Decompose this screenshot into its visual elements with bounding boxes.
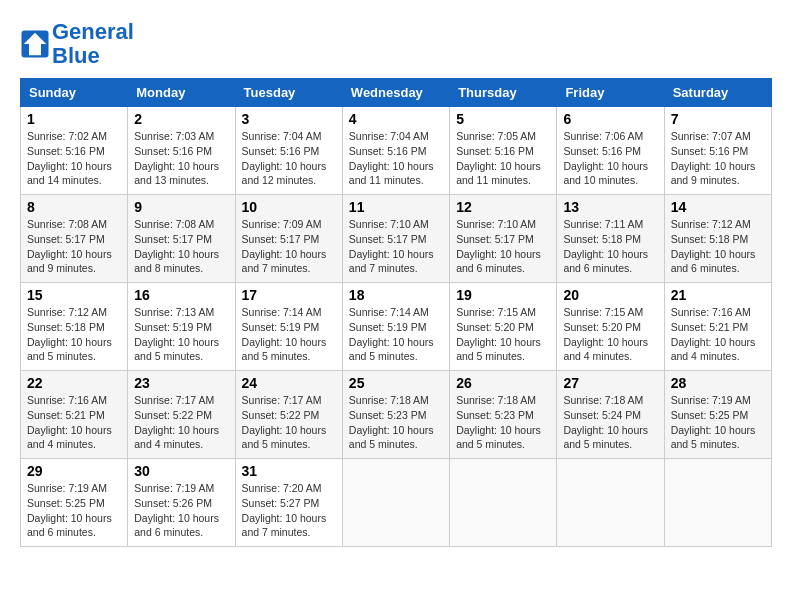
day-number: 23 (134, 375, 228, 391)
logo-text: General Blue (52, 20, 134, 68)
day-number: 31 (242, 463, 336, 479)
day-info: Sunrise: 7:15 AM Sunset: 5:20 PM Dayligh… (456, 305, 550, 364)
weekday-header-tuesday: Tuesday (235, 79, 342, 107)
calendar-cell: 31Sunrise: 7:20 AM Sunset: 5:27 PM Dayli… (235, 459, 342, 547)
day-number: 29 (27, 463, 121, 479)
day-number: 2 (134, 111, 228, 127)
page-header: General Blue (20, 20, 772, 68)
calendar-cell: 26Sunrise: 7:18 AM Sunset: 5:23 PM Dayli… (450, 371, 557, 459)
calendar-cell: 29Sunrise: 7:19 AM Sunset: 5:25 PM Dayli… (21, 459, 128, 547)
day-info: Sunrise: 7:17 AM Sunset: 5:22 PM Dayligh… (134, 393, 228, 452)
day-info: Sunrise: 7:19 AM Sunset: 5:25 PM Dayligh… (27, 481, 121, 540)
day-number: 21 (671, 287, 765, 303)
calendar-cell: 30Sunrise: 7:19 AM Sunset: 5:26 PM Dayli… (128, 459, 235, 547)
calendar-cell: 25Sunrise: 7:18 AM Sunset: 5:23 PM Dayli… (342, 371, 449, 459)
logo: General Blue (20, 20, 134, 68)
day-info: Sunrise: 7:14 AM Sunset: 5:19 PM Dayligh… (349, 305, 443, 364)
calendar-week-row: 1Sunrise: 7:02 AM Sunset: 5:16 PM Daylig… (21, 107, 772, 195)
day-number: 30 (134, 463, 228, 479)
calendar-cell: 14Sunrise: 7:12 AM Sunset: 5:18 PM Dayli… (664, 195, 771, 283)
weekday-header-friday: Friday (557, 79, 664, 107)
calendar-cell: 11Sunrise: 7:10 AM Sunset: 5:17 PM Dayli… (342, 195, 449, 283)
day-info: Sunrise: 7:17 AM Sunset: 5:22 PM Dayligh… (242, 393, 336, 452)
calendar-header-row: SundayMondayTuesdayWednesdayThursdayFrid… (21, 79, 772, 107)
calendar-cell: 27Sunrise: 7:18 AM Sunset: 5:24 PM Dayli… (557, 371, 664, 459)
day-number: 6 (563, 111, 657, 127)
day-info: Sunrise: 7:15 AM Sunset: 5:20 PM Dayligh… (563, 305, 657, 364)
day-number: 8 (27, 199, 121, 215)
day-info: Sunrise: 7:11 AM Sunset: 5:18 PM Dayligh… (563, 217, 657, 276)
day-number: 3 (242, 111, 336, 127)
day-info: Sunrise: 7:19 AM Sunset: 5:25 PM Dayligh… (671, 393, 765, 452)
day-info: Sunrise: 7:05 AM Sunset: 5:16 PM Dayligh… (456, 129, 550, 188)
calendar-cell: 7Sunrise: 7:07 AM Sunset: 5:16 PM Daylig… (664, 107, 771, 195)
calendar-cell: 4Sunrise: 7:04 AM Sunset: 5:16 PM Daylig… (342, 107, 449, 195)
day-info: Sunrise: 7:16 AM Sunset: 5:21 PM Dayligh… (671, 305, 765, 364)
calendar-cell (342, 459, 449, 547)
calendar-cell: 1Sunrise: 7:02 AM Sunset: 5:16 PM Daylig… (21, 107, 128, 195)
day-number: 26 (456, 375, 550, 391)
weekday-header-sunday: Sunday (21, 79, 128, 107)
calendar-cell: 6Sunrise: 7:06 AM Sunset: 5:16 PM Daylig… (557, 107, 664, 195)
day-info: Sunrise: 7:10 AM Sunset: 5:17 PM Dayligh… (456, 217, 550, 276)
day-info: Sunrise: 7:08 AM Sunset: 5:17 PM Dayligh… (134, 217, 228, 276)
weekday-header-monday: Monday (128, 79, 235, 107)
logo-icon (20, 29, 50, 59)
day-info: Sunrise: 7:10 AM Sunset: 5:17 PM Dayligh… (349, 217, 443, 276)
calendar-cell: 5Sunrise: 7:05 AM Sunset: 5:16 PM Daylig… (450, 107, 557, 195)
calendar-cell (450, 459, 557, 547)
day-number: 7 (671, 111, 765, 127)
day-info: Sunrise: 7:19 AM Sunset: 5:26 PM Dayligh… (134, 481, 228, 540)
calendar-cell: 13Sunrise: 7:11 AM Sunset: 5:18 PM Dayli… (557, 195, 664, 283)
day-number: 1 (27, 111, 121, 127)
day-number: 22 (27, 375, 121, 391)
day-number: 25 (349, 375, 443, 391)
day-info: Sunrise: 7:09 AM Sunset: 5:17 PM Dayligh… (242, 217, 336, 276)
calendar-table: SundayMondayTuesdayWednesdayThursdayFrid… (20, 78, 772, 547)
day-info: Sunrise: 7:04 AM Sunset: 5:16 PM Dayligh… (242, 129, 336, 188)
day-info: Sunrise: 7:02 AM Sunset: 5:16 PM Dayligh… (27, 129, 121, 188)
calendar-cell: 28Sunrise: 7:19 AM Sunset: 5:25 PM Dayli… (664, 371, 771, 459)
day-number: 19 (456, 287, 550, 303)
day-info: Sunrise: 7:18 AM Sunset: 5:24 PM Dayligh… (563, 393, 657, 452)
day-info: Sunrise: 7:04 AM Sunset: 5:16 PM Dayligh… (349, 129, 443, 188)
calendar-cell: 2Sunrise: 7:03 AM Sunset: 5:16 PM Daylig… (128, 107, 235, 195)
calendar-cell: 22Sunrise: 7:16 AM Sunset: 5:21 PM Dayli… (21, 371, 128, 459)
weekday-header-saturday: Saturday (664, 79, 771, 107)
day-number: 11 (349, 199, 443, 215)
calendar-cell (557, 459, 664, 547)
calendar-cell: 23Sunrise: 7:17 AM Sunset: 5:22 PM Dayli… (128, 371, 235, 459)
day-number: 12 (456, 199, 550, 215)
calendar-week-row: 15Sunrise: 7:12 AM Sunset: 5:18 PM Dayli… (21, 283, 772, 371)
day-number: 14 (671, 199, 765, 215)
day-info: Sunrise: 7:12 AM Sunset: 5:18 PM Dayligh… (671, 217, 765, 276)
day-number: 27 (563, 375, 657, 391)
day-number: 9 (134, 199, 228, 215)
day-number: 4 (349, 111, 443, 127)
day-info: Sunrise: 7:08 AM Sunset: 5:17 PM Dayligh… (27, 217, 121, 276)
day-info: Sunrise: 7:18 AM Sunset: 5:23 PM Dayligh… (349, 393, 443, 452)
day-info: Sunrise: 7:06 AM Sunset: 5:16 PM Dayligh… (563, 129, 657, 188)
calendar-cell: 9Sunrise: 7:08 AM Sunset: 5:17 PM Daylig… (128, 195, 235, 283)
calendar-cell: 20Sunrise: 7:15 AM Sunset: 5:20 PM Dayli… (557, 283, 664, 371)
calendar-cell: 8Sunrise: 7:08 AM Sunset: 5:17 PM Daylig… (21, 195, 128, 283)
calendar-cell: 17Sunrise: 7:14 AM Sunset: 5:19 PM Dayli… (235, 283, 342, 371)
day-number: 20 (563, 287, 657, 303)
day-number: 10 (242, 199, 336, 215)
calendar-cell: 3Sunrise: 7:04 AM Sunset: 5:16 PM Daylig… (235, 107, 342, 195)
calendar-cell: 18Sunrise: 7:14 AM Sunset: 5:19 PM Dayli… (342, 283, 449, 371)
day-number: 5 (456, 111, 550, 127)
day-number: 24 (242, 375, 336, 391)
calendar-cell: 21Sunrise: 7:16 AM Sunset: 5:21 PM Dayli… (664, 283, 771, 371)
calendar-cell: 15Sunrise: 7:12 AM Sunset: 5:18 PM Dayli… (21, 283, 128, 371)
calendar-week-row: 22Sunrise: 7:16 AM Sunset: 5:21 PM Dayli… (21, 371, 772, 459)
day-number: 15 (27, 287, 121, 303)
calendar-cell: 12Sunrise: 7:10 AM Sunset: 5:17 PM Dayli… (450, 195, 557, 283)
calendar-cell (664, 459, 771, 547)
day-number: 17 (242, 287, 336, 303)
calendar-week-row: 8Sunrise: 7:08 AM Sunset: 5:17 PM Daylig… (21, 195, 772, 283)
weekday-header-thursday: Thursday (450, 79, 557, 107)
day-info: Sunrise: 7:16 AM Sunset: 5:21 PM Dayligh… (27, 393, 121, 452)
day-info: Sunrise: 7:07 AM Sunset: 5:16 PM Dayligh… (671, 129, 765, 188)
calendar-cell: 19Sunrise: 7:15 AM Sunset: 5:20 PM Dayli… (450, 283, 557, 371)
